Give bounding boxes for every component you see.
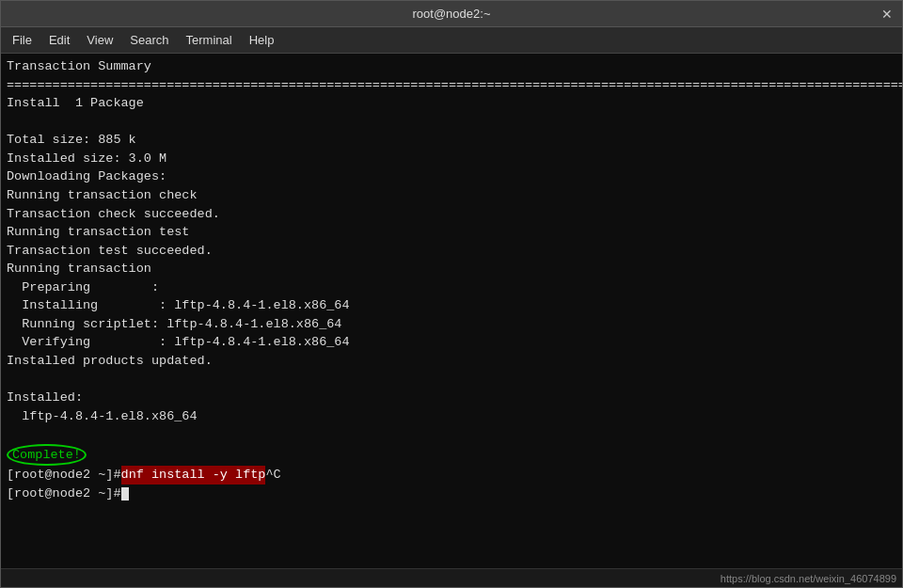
line-3: Total size: 885 k [7, 131, 896, 150]
line-10: Running transaction [7, 260, 896, 278]
line-5: Downloading Packages: [7, 167, 896, 186]
line-8: Running transaction test [7, 223, 896, 242]
prompt-2: [root@node2 ~]# [7, 485, 121, 503]
line-2: Install 1 Package [7, 94, 896, 113]
line-9: Transaction test succeeded. [7, 242, 896, 261]
menu-terminal[interactable]: Terminal [179, 31, 240, 49]
line-sep: ========================================… [7, 76, 896, 95]
line-15: Installed products updated. [7, 352, 896, 371]
line-6: Running transaction check [7, 186, 896, 205]
line-blank2 [7, 371, 896, 389]
window-title: root@node2:~ [413, 7, 491, 21]
cursor [121, 487, 129, 501]
menu-edit[interactable]: Edit [41, 31, 77, 49]
close-button[interactable]: ✕ [881, 7, 893, 22]
menu-view[interactable]: View [79, 31, 120, 49]
menu-file[interactable]: File [5, 31, 40, 49]
prompt-1: [root@node2 ~]# [7, 466, 121, 485]
line-blank3 [7, 425, 896, 444]
cmd-suffix: ^C [265, 466, 280, 485]
line-11: Preparing : 1/1 [7, 278, 896, 297]
menu-bar: File Edit View Search Terminal Help [1, 27, 902, 54]
complete-line: Complete! [7, 444, 896, 467]
line-14: Verifying : lftp-4.8.4-1.el8.x86_64 1/1 [7, 333, 896, 352]
line-blank1 [7, 113, 896, 132]
line-1: Transaction Summary [7, 57, 896, 76]
line-13: Running scriptlet: lftp-4.8.4-1.el8.x86_… [7, 315, 896, 334]
prompt-cmd-line: [root@node2 ~]# dnf install -y lftp^C [7, 466, 896, 485]
terminal-window: root@node2:~ ✕ File Edit View Search Ter… [0, 0, 903, 588]
menu-help[interactable]: Help [242, 31, 282, 49]
line-16: Installed: [7, 389, 896, 407]
line-7: Transaction check succeeded. [7, 205, 896, 224]
cmd-highlight: dnf install -y lftp [121, 466, 266, 485]
line-12: Installing : lftp-4.8.4-1.el8.x86_64 1/1 [7, 296, 896, 315]
title-bar: root@node2:~ ✕ [1, 1, 902, 27]
line-17: lftp-4.8.4-1.el8.x86_64 [7, 407, 896, 426]
prompt-final-line: [root@node2 ~]# [7, 485, 896, 503]
menu-search[interactable]: Search [122, 31, 176, 49]
status-bar: https://blog.csdn.net/weixin_46074899 [1, 568, 902, 587]
status-url: https://blog.csdn.net/weixin_46074899 [721, 573, 896, 584]
terminal-body[interactable]: Transaction Summary ====================… [1, 54, 902, 568]
line-4: Installed size: 3.0 M [7, 150, 896, 168]
complete-badge: Complete! [7, 444, 87, 467]
